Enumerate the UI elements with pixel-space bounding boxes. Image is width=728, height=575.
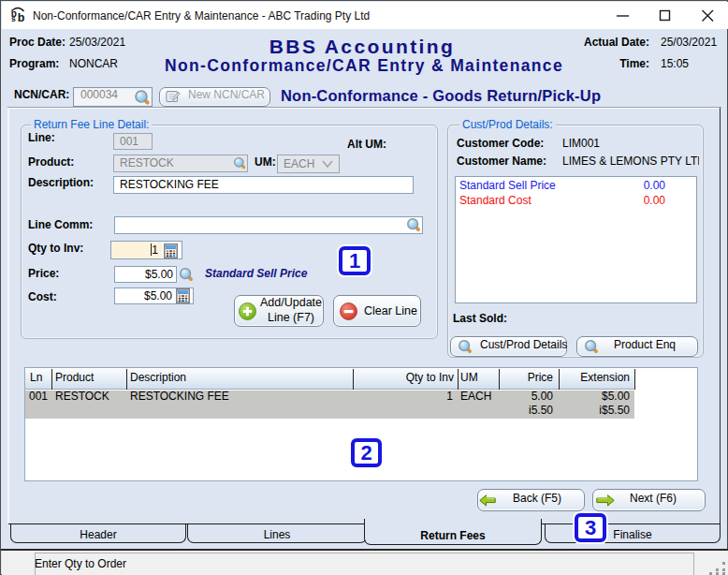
svg-text:b: b xyxy=(18,11,25,24)
svg-text:s: s xyxy=(11,14,16,23)
